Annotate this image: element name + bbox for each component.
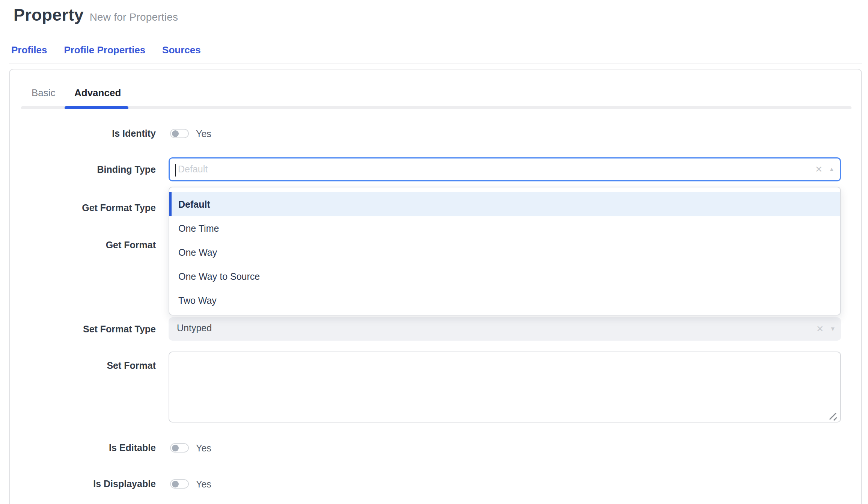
- binding-type-label: Binding Type: [0, 164, 156, 175]
- nav-link-profiles[interactable]: Profiles: [11, 44, 47, 56]
- dropdown-option-one-time[interactable]: One Time: [169, 216, 840, 240]
- toggle-knob-icon: [172, 130, 179, 137]
- is-identity-label: Is Identity: [0, 128, 156, 139]
- toggle-knob-icon: [172, 445, 179, 451]
- dropdown-option-one-way-to-source[interactable]: One Way to Source: [169, 264, 840, 288]
- is-identity-toggle-text: Yes: [196, 128, 211, 139]
- breadcrumb-nav: Profiles Profile Properties Sources: [11, 44, 201, 56]
- dropdown-option-one-way[interactable]: One Way: [169, 240, 840, 264]
- binding-type-combobox[interactable]: Default ✕ ▲: [169, 157, 841, 181]
- set-format-type-value: Untyped: [177, 323, 212, 333]
- clear-icon[interactable]: ✕: [815, 165, 823, 174]
- resize-grip-icon[interactable]: [827, 411, 837, 421]
- page-subtitle: New for Properties: [90, 11, 178, 23]
- is-editable-label: Is Editable: [0, 442, 156, 453]
- tab-basic[interactable]: Basic: [32, 87, 56, 99]
- get-format-type-label: Get Format Type: [0, 202, 156, 213]
- chevron-up-icon[interactable]: ▲: [829, 166, 835, 172]
- is-editable-toggle[interactable]: [170, 443, 189, 453]
- tab-track: [21, 106, 851, 109]
- text-caret: [175, 164, 176, 177]
- is-displayable-toggle-text: Yes: [196, 478, 211, 490]
- dropdown-option-two-way[interactable]: Two Way: [169, 288, 840, 312]
- is-displayable-toggle[interactable]: [170, 479, 189, 489]
- is-editable-toggle-text: Yes: [196, 442, 211, 454]
- dropdown-option-default[interactable]: Default: [169, 192, 840, 216]
- binding-type-dropdown: Default One Time One Way One Way to Sour…: [169, 187, 841, 315]
- header-divider: [9, 63, 862, 63]
- clear-icon[interactable]: ✕: [816, 324, 824, 333]
- page: PropertyNew for Properties Profiles Prof…: [0, 0, 868, 504]
- is-identity-toggle[interactable]: [170, 129, 189, 138]
- set-format-type-label: Set Format Type: [0, 323, 156, 335]
- tab-active-indicator: [65, 106, 128, 109]
- set-format-textarea[interactable]: [169, 352, 841, 423]
- set-format-label: Set Format: [0, 360, 156, 371]
- page-title: PropertyNew for Properties: [14, 5, 178, 25]
- page-title-text: Property: [14, 5, 84, 24]
- toggle-knob-icon: [172, 481, 179, 487]
- nav-link-profile-properties[interactable]: Profile Properties: [64, 44, 145, 56]
- binding-type-placeholder: Default: [178, 164, 208, 175]
- chevron-down-icon[interactable]: ▼: [830, 326, 836, 332]
- tab-advanced[interactable]: Advanced: [74, 87, 121, 99]
- get-format-label: Get Format: [0, 239, 156, 250]
- is-displayable-label: Is Displayable: [0, 478, 156, 489]
- nav-link-sources[interactable]: Sources: [162, 44, 201, 56]
- set-format-type-select[interactable]: Untyped ✕ ▼: [169, 317, 841, 341]
